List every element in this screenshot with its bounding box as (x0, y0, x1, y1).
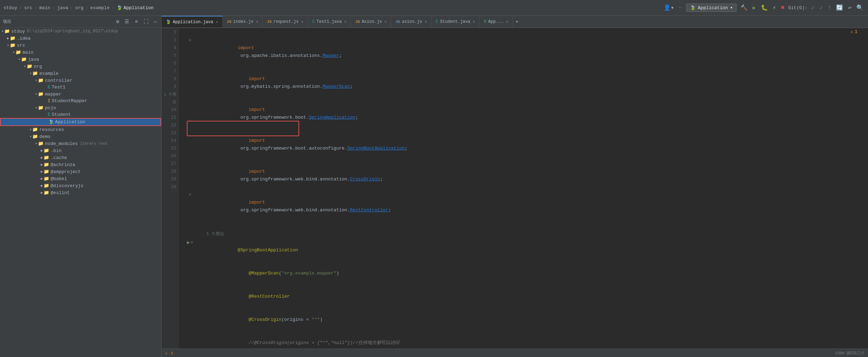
tree-demo[interactable]: ▾ 📁 demo (0, 133, 161, 140)
ln-12: 12 (162, 121, 176, 129)
profile-icon[interactable]: 👤▾ (663, 3, 675, 12)
tab-app-vue-icon: V (484, 19, 486, 24)
node-modules-library-label: library root (80, 141, 108, 146)
code-line-7: import org.springframework.web.bind.anno… (185, 160, 868, 191)
tree-idea[interactable]: ▶ 📁 .idea (0, 35, 161, 42)
java-label: java (28, 57, 39, 62)
tree-root[interactable]: ▾ 📁 stduy D:\zzq2024\springboot_zzq_0527… (0, 28, 161, 35)
sidebar-gear-icon[interactable]: ☰ (123, 18, 131, 25)
status-bar: ⚠ 1 CSDN @旧岛江少 (162, 349, 868, 357)
resources-arrow: ▾ (29, 127, 32, 132)
import-restcontroller-8[interactable]: RestController (350, 207, 388, 213)
tab-axios-js2-icon: JS (395, 20, 400, 24)
search-everywhere-icon[interactable]: 🔍 (855, 3, 864, 12)
tree-application[interactable]: 🍃 Application (0, 118, 161, 126)
tab-application-java-close[interactable]: ✕ (216, 20, 218, 24)
run-icon[interactable]: ▶ (751, 3, 757, 12)
ln-5: 5 (162, 52, 176, 60)
top-bar-right: 👤▾ ← 🍃 Application ▾ 🔨 ▶ 🐛 ⚡ ■ Git(G): ✓… (663, 3, 864, 12)
ln-14: 14 (162, 137, 176, 145)
import-springbootapp-6[interactable]: SpringBootApplication (347, 146, 405, 151)
fold-btn-8[interactable]: ⊖ (189, 191, 191, 199)
tab-index-js[interactable]: JS index.js ✕ (223, 16, 263, 27)
tree-org[interactable]: ▾ 📁 org (0, 63, 161, 70)
sidebar-expand-icon[interactable]: ⛶ (142, 18, 150, 25)
tab-student-java[interactable]: C Student.java ✕ (432, 16, 480, 27)
fold-btn-10[interactable]: ⊖ (191, 239, 193, 246)
pojo-label: pojo (45, 105, 56, 111)
tree-controller[interactable]: ▾ 📁 controller (0, 77, 161, 84)
babel-folder-icon: 📁 (44, 176, 49, 181)
tab-student-java-close[interactable]: ✕ (473, 19, 475, 24)
tree-main[interactable]: ▾ 📁 main (0, 49, 161, 56)
ln-3: 3 (162, 37, 176, 44)
annotation-restcontroller-12: @RestController (249, 294, 290, 299)
tree-student[interactable]: C Student (0, 111, 161, 118)
tree-pojo[interactable]: ▾ 📁 pojo (0, 104, 161, 111)
tab-index-js-close[interactable]: ✕ (256, 19, 258, 24)
back-icon[interactable]: ← (678, 4, 684, 12)
eslint-folder-icon: 📁 (44, 190, 49, 196)
tree-studentmapper[interactable]: I StudentMapper (0, 98, 161, 104)
tree-java[interactable]: ▾ 📁 java (0, 56, 161, 63)
fold-btn-3[interactable]: ⊖ (189, 37, 191, 44)
ampproject-folder-icon: 📁 (44, 169, 49, 174)
tree-src[interactable]: ▾ 📁 src (0, 42, 161, 49)
tab-request-js[interactable]: JS request.js ✕ (263, 16, 308, 27)
controller-arrow: ▾ (35, 78, 37, 82)
tree-discoveryjs[interactable]: ▶ 📁 @discoveryjs (0, 182, 161, 189)
tree-example[interactable]: ▾ 📁 example (0, 70, 161, 77)
tab-request-js-close[interactable]: ✕ (301, 19, 304, 24)
demo-arrow: ▾ (29, 134, 32, 139)
tab-app-vue-label: App... (488, 19, 503, 24)
tree-achrinza[interactable]: ▶ 📁 @achrinza (0, 161, 161, 168)
tree-babel[interactable]: ▶ 📁 @babel (0, 175, 161, 182)
tree-eslint[interactable]: ▶ 📁 @eslint (0, 189, 161, 196)
tree-bin[interactable]: ▶ 📁 .bin (0, 147, 161, 154)
tree-resources[interactable]: ▾ 📁 resources (0, 126, 161, 133)
import-mapper-3[interactable]: Mapper (323, 53, 339, 58)
sidebar-settings-icon[interactable]: ⚙ (115, 18, 120, 25)
code-content[interactable]: ⊖ import org.apache.ibatis.annotations.M… (179, 28, 868, 349)
stop-icon[interactable]: ■ (780, 4, 785, 12)
tree-mapper[interactable]: ▾ 📁 mapper (0, 91, 161, 98)
tab-test1-java[interactable]: C Test1.java ✕ (308, 16, 351, 27)
import-kw-3: import (238, 45, 254, 51)
git-update-icon[interactable]: 🔄 (835, 3, 844, 12)
code-editor[interactable]: 2 3 4 5 6 7 8 9 1 个用法 10 11 12 13 14 15 … (162, 28, 868, 349)
tree-cache[interactable]: ▶ 📁 .cache (0, 154, 161, 161)
run-btn-10[interactable]: ▶ (187, 239, 190, 246)
sidebar-close-icon[interactable]: — (153, 18, 158, 25)
gutter-3: ⊖ (186, 37, 194, 44)
file-tree-sidebar: 项目 ⚙ ☰ ≡ ⛶ — ▾ 📁 stduy D:\zzq2024\spring… (0, 16, 162, 357)
run-config-selector[interactable]: 🍃 Application ▾ (686, 4, 737, 12)
tab-axios-js[interactable]: JS Axios.js ✕ (351, 16, 391, 27)
debug-icon[interactable]: 🐛 (760, 3, 769, 12)
tab-app-vue-close[interactable]: ✕ (506, 19, 508, 24)
coverage-icon[interactable]: ⚡ (772, 3, 777, 12)
tab-axios-js2-close[interactable]: ✕ (425, 19, 427, 24)
import-crossorigin-7[interactable]: CrossOrigin (350, 177, 380, 182)
tab-application-java[interactable]: 🍃 Application.java ✕ (162, 16, 223, 27)
tab-axios-js2[interactable]: JS axios.js ✕ (391, 16, 431, 27)
tab-application-java-label: Application.java (173, 20, 213, 25)
git-check-2[interactable]: ✓ (818, 3, 824, 12)
import-springapp-5[interactable]: SpringApplication (309, 115, 356, 120)
tree-node-modules[interactable]: ▾ 📁 node_modules library root (0, 140, 161, 147)
import-mapperscan-4[interactable]: MapperScan (323, 84, 350, 89)
tab-axios-js-close[interactable]: ✕ (384, 19, 387, 24)
tree-ampproject[interactable]: ▶ 📁 @ampproject (0, 168, 161, 175)
git-push-icon[interactable]: ↑ (827, 4, 833, 12)
tab-app-vue[interactable]: V App... ✕ (480, 16, 513, 27)
build-icon[interactable]: 🔨 (739, 3, 749, 12)
code-text-10: @SpringBootApplication (194, 239, 867, 262)
git-undo-icon[interactable]: ↩ (847, 3, 853, 12)
sidebar-collapse-icon[interactable]: ≡ (133, 18, 139, 25)
tree-test1[interactable]: C Test1 (0, 84, 161, 91)
import-kw-8: import (238, 200, 265, 205)
tab-test1-java-close[interactable]: ✕ (344, 19, 347, 24)
string-11: "org.example.mapper" (282, 271, 336, 276)
git-check-1[interactable]: ✓ (810, 3, 816, 12)
more-tabs-btn[interactable]: ▾ (513, 19, 521, 25)
app-container: stduy › src › main › java › org › exampl… (0, 0, 868, 357)
